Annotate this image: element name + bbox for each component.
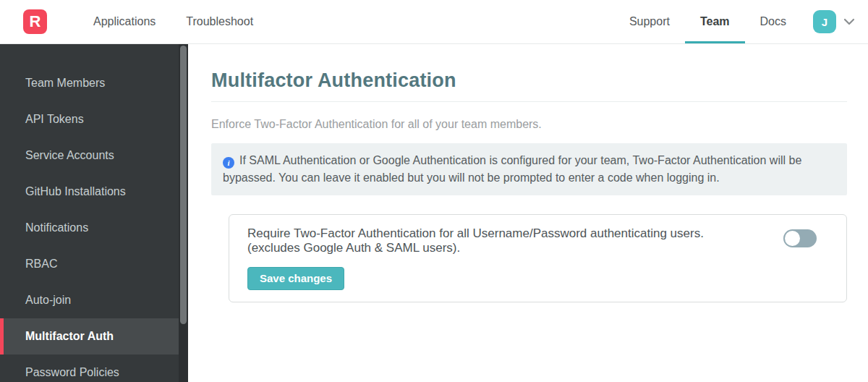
page-title: Multifactor Authentication bbox=[211, 69, 847, 92]
sidebar-item-api-tokens[interactable]: API Tokens bbox=[0, 101, 188, 137]
setting-label-line1: Require Two-Factor Authentication for al… bbox=[247, 226, 704, 241]
logo-letter: R bbox=[30, 12, 41, 31]
save-changes-button[interactable]: Save changes bbox=[247, 267, 344, 290]
setting-label-line2: (excludes Google Auth & SAML users). bbox=[247, 241, 704, 255]
sidebar-item-multifactor-auth[interactable]: Multifactor Auth bbox=[0, 318, 188, 355]
sidebar-item-auto-join[interactable]: Auto-join bbox=[0, 282, 188, 318]
nav-item-support[interactable]: Support bbox=[614, 0, 685, 43]
sidebar-item-team-members[interactable]: Team Members bbox=[0, 65, 188, 101]
require-2fa-toggle[interactable] bbox=[783, 229, 817, 247]
primary-nav: Applications Troubleshoot bbox=[78, 0, 268, 43]
avatar[interactable]: J bbox=[813, 10, 836, 33]
rollbar-logo[interactable]: R bbox=[23, 9, 47, 34]
sidebar-item-service-accounts[interactable]: Service Accounts bbox=[0, 137, 188, 174]
info-callout: iIf SAML Authentication or Google Authen… bbox=[211, 143, 847, 195]
info-callout-text: If SAML Authentication or Google Authent… bbox=[223, 154, 801, 184]
secondary-nav: Support Team Docs J bbox=[614, 0, 855, 43]
title-divider bbox=[211, 101, 847, 102]
mfa-setting-card: Require Two-Factor Authentication for al… bbox=[229, 214, 847, 302]
sidebar-item-github-installations[interactable]: GitHub Installations bbox=[0, 174, 188, 210]
sidebar-scrollbar-thumb[interactable] bbox=[180, 46, 187, 324]
settings-sidebar: Team Members API Tokens Service Accounts… bbox=[0, 44, 188, 382]
sidebar-item-password-policies[interactable]: Password Policies bbox=[0, 355, 188, 382]
nav-item-troubleshoot[interactable]: Troubleshoot bbox=[171, 0, 268, 43]
top-navbar: R Applications Troubleshoot Support Team… bbox=[0, 0, 868, 44]
chevron-down-icon[interactable] bbox=[843, 18, 855, 25]
setting-label: Require Two-Factor Authentication for al… bbox=[247, 226, 704, 255]
toggle-knob bbox=[785, 231, 800, 246]
page-body: Team Members API Tokens Service Accounts… bbox=[0, 44, 868, 382]
sidebar-item-notifications[interactable]: Notifications bbox=[0, 210, 188, 246]
main-content: Multifactor Authentication Enforce Two-F… bbox=[188, 44, 868, 382]
sidebar-item-rbac[interactable]: RBAC bbox=[0, 246, 188, 282]
info-icon: i bbox=[223, 157, 234, 169]
nav-item-applications[interactable]: Applications bbox=[78, 0, 171, 43]
avatar-initial: J bbox=[822, 16, 827, 28]
nav-item-docs[interactable]: Docs bbox=[745, 0, 801, 43]
sidebar-scrollbar-track bbox=[179, 44, 188, 382]
section-description: Enforce Two-Factor Authentication for al… bbox=[211, 118, 847, 131]
nav-item-team[interactable]: Team bbox=[685, 0, 745, 43]
